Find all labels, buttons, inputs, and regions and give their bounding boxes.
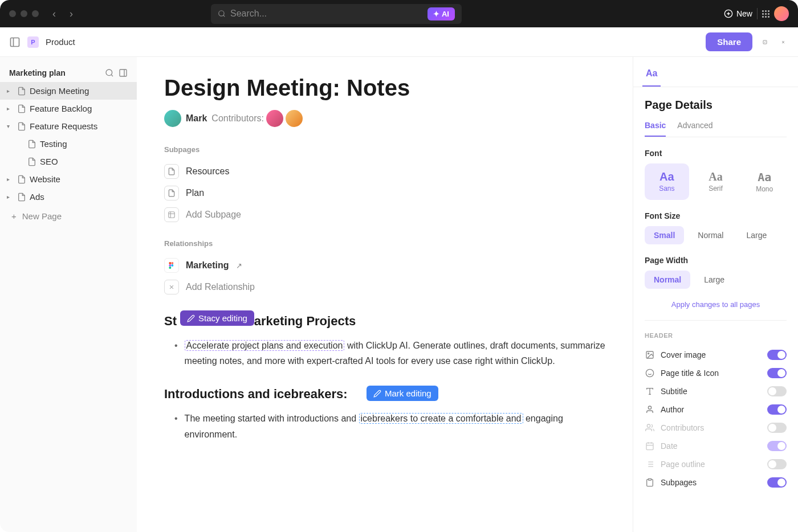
contributor-avatar[interactable] bbox=[286, 110, 303, 127]
chevron-right-icon[interactable]: ▸ bbox=[7, 88, 14, 94]
svg-point-33 bbox=[647, 424, 650, 427]
width-normal[interactable]: Normal bbox=[645, 271, 690, 289]
relationship-marketing[interactable]: Marketing ↗ bbox=[164, 255, 605, 276]
sidebar-panel-icon[interactable] bbox=[119, 68, 128, 77]
chevron-right-icon[interactable]: ▸ bbox=[7, 176, 14, 182]
user-avatar[interactable] bbox=[774, 6, 789, 21]
width-large[interactable]: Large bbox=[695, 271, 734, 289]
tab-typography[interactable]: Aa bbox=[642, 64, 661, 87]
svg-point-32 bbox=[648, 406, 651, 409]
add-subpage-button[interactable]: Add Subpage bbox=[164, 204, 605, 226]
svg-line-11 bbox=[111, 75, 113, 76]
editing-indicator-stacy: Stacy editing bbox=[180, 310, 254, 326]
author-row: Mark Contributors: bbox=[164, 110, 605, 127]
divider bbox=[645, 320, 787, 321]
font-options: AaSans AaSerif AaMono bbox=[645, 163, 787, 200]
size-normal[interactable]: Normal bbox=[689, 226, 732, 244]
tab-network-icon[interactable] bbox=[694, 64, 704, 75]
toggle-switch[interactable] bbox=[767, 459, 787, 469]
size-small[interactable]: Small bbox=[645, 226, 684, 244]
font-serif[interactable]: AaSerif bbox=[694, 163, 738, 200]
font-mono[interactable]: AaMono bbox=[742, 163, 787, 200]
collab-selection-stacy: Accelerate project plans and execution bbox=[185, 340, 345, 351]
sidebar-item-feature-backlog[interactable]: ▸ Feature Backlog bbox=[0, 100, 137, 117]
toggle-switch[interactable] bbox=[767, 368, 787, 378]
new-button[interactable]: New bbox=[724, 9, 752, 18]
panel-body: Page Details Basic Advanced Font AaSans … bbox=[633, 87, 798, 532]
toggle-switch[interactable] bbox=[767, 350, 787, 360]
toggle-switch[interactable] bbox=[767, 404, 787, 415]
tab-relations-icon[interactable] bbox=[672, 64, 682, 75]
titlebar: ‹ › Search... ✦ AI New bbox=[0, 0, 798, 27]
workspace-badge[interactable]: P bbox=[27, 36, 39, 48]
toggle-date: Date bbox=[645, 437, 787, 455]
tab-settings-icon[interactable] bbox=[759, 64, 769, 75]
panel-subtabs: Basic Advanced bbox=[645, 121, 787, 137]
close-icon[interactable] bbox=[777, 36, 789, 48]
subtab-advanced[interactable]: Advanced bbox=[677, 121, 712, 137]
page-icon bbox=[17, 175, 26, 184]
ai-badge[interactable]: ✦ AI bbox=[427, 7, 455, 21]
add-relationship-icon bbox=[164, 280, 179, 294]
author-avatar[interactable] bbox=[164, 110, 181, 127]
users-icon bbox=[645, 423, 655, 432]
toggle-switch[interactable] bbox=[767, 441, 787, 451]
author-name: Mark bbox=[186, 113, 207, 124]
subpage-plan[interactable]: Plan bbox=[164, 182, 605, 204]
minimize-dot[interactable] bbox=[21, 10, 27, 17]
relationships-label: Relationships bbox=[164, 239, 605, 248]
document-content[interactable]: Design Meeting: Notes Mark Contributors:… bbox=[137, 57, 633, 532]
expand-icon[interactable] bbox=[759, 36, 771, 48]
svg-rect-12 bbox=[120, 69, 127, 76]
sidebar-toggle-icon[interactable] bbox=[9, 36, 21, 48]
toggle-switch[interactable] bbox=[767, 477, 787, 488]
bullet-dot-icon: • bbox=[174, 411, 178, 441]
sidebar-item-testing[interactable]: Testing bbox=[0, 135, 137, 153]
chevron-right-icon[interactable]: ▸ bbox=[7, 105, 14, 112]
sidebar-item-design-meeting[interactable]: ▸ Design Meeting bbox=[0, 82, 137, 100]
svg-rect-34 bbox=[646, 443, 653, 450]
panel-tabs: Aa bbox=[633, 57, 798, 87]
workspace-name[interactable]: Product bbox=[46, 37, 75, 47]
figma-icon bbox=[164, 258, 179, 273]
toggle-subtitle: Subtitle bbox=[645, 382, 787, 400]
add-relationship-button[interactable]: Add Relationship bbox=[164, 276, 605, 298]
svg-line-22 bbox=[702, 73, 704, 75]
toggle-switch[interactable] bbox=[767, 423, 787, 433]
sidebar-item-ads[interactable]: ▸ Ads bbox=[0, 188, 137, 206]
toggle-switch[interactable] bbox=[767, 386, 787, 396]
size-large[interactable]: Large bbox=[737, 226, 776, 244]
contributor-avatar[interactable] bbox=[266, 110, 283, 127]
tab-comments-icon[interactable] bbox=[715, 64, 726, 75]
nav-forward-button[interactable]: › bbox=[65, 6, 78, 22]
apply-all-link[interactable]: Apply changes to all pages bbox=[645, 300, 787, 309]
apps-grid-icon[interactable] bbox=[762, 10, 769, 18]
tab-share-icon[interactable] bbox=[737, 64, 747, 75]
user-icon bbox=[645, 405, 655, 414]
new-page-button[interactable]: + New Page bbox=[0, 206, 137, 227]
sidebar-item-seo[interactable]: SEO bbox=[0, 153, 137, 170]
nav-back-button[interactable]: ‹ bbox=[48, 6, 60, 22]
page-icon bbox=[17, 193, 26, 202]
collab-selection-mark: icebreakers to create a comfortable and bbox=[359, 413, 523, 424]
toggle-page-outline: Page outline bbox=[645, 455, 787, 473]
bullet-item[interactable]: • Accelerate project plans and execution… bbox=[164, 335, 605, 371]
plus-icon: + bbox=[11, 211, 17, 221]
sidebar-item-feature-requests[interactable]: ▾ Feature Requests bbox=[0, 117, 137, 135]
search-input[interactable]: Search... ✦ AI bbox=[211, 4, 462, 24]
bullet-item[interactable]: • The meeting started with introductions… bbox=[164, 408, 605, 444]
maximize-dot[interactable] bbox=[32, 10, 39, 17]
share-button[interactable]: Share bbox=[706, 32, 752, 51]
font-size-label: Font Size bbox=[645, 211, 787, 220]
subtab-basic[interactable]: Basic bbox=[645, 121, 666, 137]
page-title[interactable]: Design Meeting: Notes bbox=[164, 75, 605, 101]
close-dot[interactable] bbox=[9, 10, 16, 17]
svg-point-27 bbox=[646, 369, 653, 377]
subpage-resources[interactable]: Resources bbox=[164, 161, 605, 182]
font-sans[interactable]: AaSans bbox=[645, 163, 689, 200]
sidebar-item-website[interactable]: ▸ Website bbox=[0, 170, 137, 188]
svg-rect-14 bbox=[169, 212, 175, 218]
chevron-down-icon[interactable]: ▾ bbox=[7, 123, 14, 129]
chevron-right-icon[interactable]: ▸ bbox=[7, 194, 14, 200]
sidebar-search-icon[interactable] bbox=[105, 68, 114, 77]
